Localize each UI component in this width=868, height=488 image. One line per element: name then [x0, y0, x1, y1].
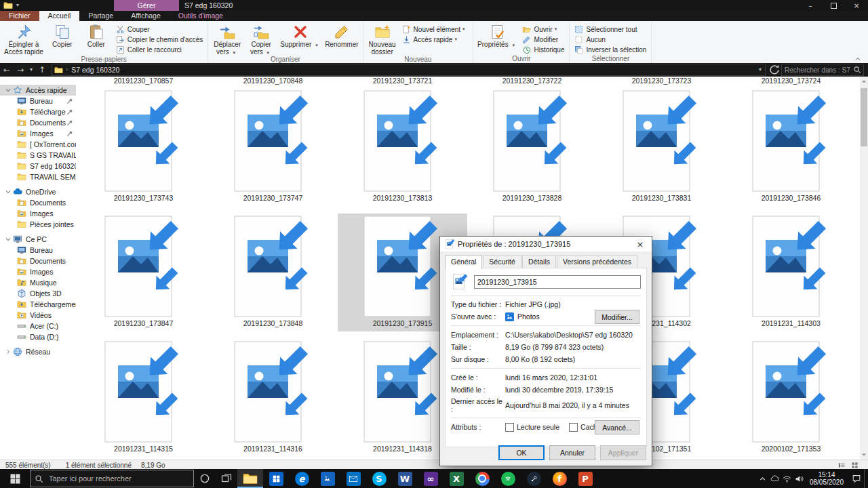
tab-versions-precedentes[interactable]: Versions précédentes: [557, 255, 637, 268]
scroll-down-icon[interactable]: [860, 450, 868, 460]
sidebar-item[interactable]: Téléchargements: [0, 299, 76, 310]
file-name-label[interactable]: 20191230_173723: [597, 77, 726, 85]
show-desktop-button[interactable]: [864, 469, 868, 488]
sidebar-item[interactable]: S GS TRAVAIL: [0, 150, 76, 161]
change-app-button[interactable]: Modifier...: [595, 310, 639, 324]
taskbar-mail-button[interactable]: [340, 469, 366, 488]
sidebar-item[interactable]: Accès rapide: [0, 85, 76, 96]
taskbar-search-box[interactable]: [30, 470, 194, 487]
search-input[interactable]: [782, 66, 853, 74]
close-button[interactable]: ×: [845, 0, 868, 11]
edit-button[interactable]: Modifier: [519, 35, 567, 45]
tab-details[interactable]: Détails: [522, 255, 556, 268]
chevron-right-icon[interactable]: [4, 348, 12, 356]
copy-path-button[interactable]: Copier le chemin d'accès: [113, 35, 205, 45]
taskbar-search-input[interactable]: [47, 474, 193, 483]
chevron-down-icon[interactable]: [4, 235, 12, 243]
maximize-button[interactable]: [822, 0, 845, 11]
file-item[interactable]: 20200102_171353: [726, 339, 856, 457]
scroll-up-icon[interactable]: [860, 77, 868, 86]
file-item[interactable]: 20191230_173848: [208, 214, 338, 331]
sidebar-item[interactable]: Data (D:): [0, 331, 76, 342]
tray-expand-button[interactable]: [757, 469, 769, 488]
scrollbar-thumb[interactable]: [861, 88, 867, 146]
file-item[interactable]: 20191231_114303: [726, 214, 856, 331]
filename-input[interactable]: [474, 275, 641, 289]
file-item[interactable]: 20191230_173743: [79, 88, 208, 206]
advanced-button[interactable]: Avancé...: [595, 420, 639, 434]
search-box[interactable]: [781, 64, 864, 76]
taskbar-chrome-button[interactable]: [469, 469, 495, 488]
taskbar-powerpoint-button[interactable]: P: [572, 469, 598, 488]
tab-affichage[interactable]: Affichage: [122, 11, 170, 21]
forward-button[interactable]: →: [14, 64, 27, 76]
taskbar-firefox-button[interactable]: f: [547, 469, 572, 488]
rename-button[interactable]: Renommer: [323, 22, 360, 49]
sidebar-item[interactable]: Images: [0, 128, 76, 139]
cancel-button[interactable]: Annuler: [549, 445, 595, 460]
sidebar-item[interactable]: Acer (C:): [0, 321, 76, 331]
sidebar-item[interactable]: Images: [0, 266, 76, 277]
pin-to-quick-access-button[interactable]: Épingler àAccès rapide: [2, 22, 45, 56]
tab-partage[interactable]: Partage: [79, 11, 122, 21]
file-name-label[interactable]: 20191230_173724: [726, 77, 856, 85]
collapse-ribbon-icon[interactable]: [853, 55, 863, 63]
file-item[interactable]: 20191231_114315: [79, 339, 208, 457]
file-item[interactable]: 20191230_173847: [79, 214, 208, 331]
sidebar-item[interactable]: Ce PC: [0, 234, 76, 245]
taskbar-visual-studio-button[interactable]: ∞: [418, 469, 443, 488]
sidebar-item[interactable]: Téléchargements: [0, 106, 76, 117]
move-to-button[interactable]: Déplacervers ▾: [210, 22, 244, 56]
taskbar-edge-button[interactable]: e: [289, 469, 315, 488]
minimize-button[interactable]: –: [799, 0, 822, 11]
file-name-label[interactable]: 20191230_173722: [467, 77, 597, 85]
copy-button[interactable]: Copier: [45, 22, 79, 49]
new-folder-button[interactable]: Nouveaudossier: [366, 22, 399, 56]
sidebar-item[interactable]: Documents: [0, 197, 76, 208]
file-name-label[interactable]: 20191230_173721: [338, 77, 467, 85]
file-name-label[interactable]: 20191230_170848: [208, 77, 338, 85]
sidebar-item[interactable]: Vidéos: [0, 310, 76, 321]
sidebar-item[interactable]: TRAVAIL SEMAINE 0...: [0, 171, 76, 182]
cut-button[interactable]: Couper: [113, 24, 205, 35]
taskbar-steam-button[interactable]: [521, 469, 547, 488]
file-item[interactable]: 20191230_173747: [208, 88, 338, 206]
taskbar-word-button[interactable]: W: [392, 469, 418, 488]
taskbar-spotify-button[interactable]: [495, 469, 521, 488]
file-item[interactable]: 20191231_114316: [208, 339, 338, 457]
sidebar-item[interactable]: Réseau: [0, 346, 76, 357]
file-item[interactable]: 20191230_173813: [338, 88, 467, 206]
breadcrumb[interactable]: › S7 edg 160320 ▾: [51, 64, 766, 76]
quick-access-toolbar-caret-icon[interactable]: ▾: [14, 1, 22, 10]
details-view-icon[interactable]: [838, 462, 846, 469]
onedrive-tray-button[interactable]: [769, 469, 781, 488]
taskbar-clock[interactable]: 15:14 08/05/2020: [810, 471, 844, 486]
tab-general[interactable]: Général: [445, 255, 482, 269]
start-button[interactable]: [0, 469, 30, 488]
sidebar-item[interactable]: Objets 3D: [0, 288, 76, 299]
invert-selection-button[interactable]: Inverser la sélection: [572, 45, 649, 55]
sidebar-item[interactable]: Documents: [0, 117, 76, 128]
delete-button[interactable]: Supprimer ▾: [278, 22, 323, 49]
taskbar-skype-button[interactable]: S: [366, 469, 392, 488]
volume-tray-button[interactable]: [793, 469, 806, 488]
breadcrumb-path[interactable]: S7 edg 160320: [71, 66, 119, 74]
sidebar-item[interactable]: Bureau: [0, 245, 76, 256]
chevron-down-icon[interactable]: [4, 86, 12, 94]
taskbar-file-explorer-button[interactable]: [237, 469, 263, 488]
readonly-checkbox[interactable]: [505, 423, 514, 432]
cortana-button[interactable]: [194, 469, 216, 488]
sidebar-item[interactable]: Images: [0, 208, 76, 219]
sidebar-item[interactable]: OneDrive: [0, 186, 76, 197]
new-item-button[interactable]: Nouvel élément▾: [399, 24, 471, 35]
history-button[interactable]: Historique: [519, 45, 567, 55]
thumbnails-view-icon[interactable]: [851, 462, 859, 469]
copy-to-button[interactable]: Copiervers ▾: [244, 22, 278, 56]
paste-button[interactable]: Coller: [79, 22, 113, 49]
paste-shortcut-button[interactable]: Coller le raccourci: [113, 45, 205, 55]
address-dropdown-caret-icon[interactable]: ▾: [755, 67, 765, 73]
ok-button[interactable]: OK: [498, 445, 545, 460]
tab-outils-image[interactable]: Outils d'image: [170, 11, 232, 21]
chevron-down-icon[interactable]: [4, 188, 12, 196]
network-tray-button[interactable]: [781, 469, 793, 488]
